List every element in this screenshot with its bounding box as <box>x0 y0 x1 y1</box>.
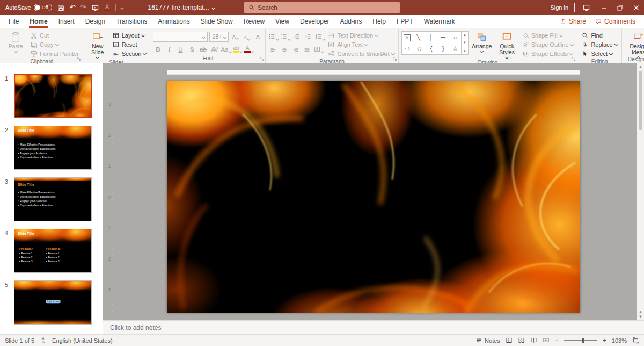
shape-brace-right-icon[interactable]: } <box>439 45 447 52</box>
slideshow-icon[interactable] <box>91 4 99 12</box>
slide-thumbnail-2[interactable]: Slide Title Make Effective Presentations… <box>14 126 92 170</box>
tab-developer[interactable]: Developer <box>295 15 335 28</box>
notes-pane[interactable]: Click to add notes <box>103 320 644 334</box>
line-spacing-button[interactable] <box>314 32 325 41</box>
tab-fppt[interactable]: FPPT <box>391 15 419 28</box>
columns-button[interactable] <box>313 44 324 54</box>
shape-line-icon[interactable]: ╲ <box>414 34 422 41</box>
shape-star-icon[interactable]: ☆ <box>451 45 459 52</box>
share-button[interactable]: Share <box>559 18 586 25</box>
text-shadow-button[interactable]: S <box>187 44 196 54</box>
minimize-button[interactable] <box>596 0 612 15</box>
layout-button[interactable]: Layout <box>111 31 148 39</box>
align-left-button[interactable] <box>268 44 278 54</box>
tab-insert[interactable]: Insert <box>53 15 80 28</box>
present-display-icon[interactable] <box>582 4 590 12</box>
format-painter-button[interactable]: Format Painter <box>29 49 80 57</box>
replace-button[interactable]: Replace <box>580 40 618 48</box>
decrease-indent-button[interactable] <box>292 32 302 41</box>
change-case-button[interactable]: Aa <box>221 44 231 54</box>
search-input[interactable] <box>258 4 396 11</box>
document-title[interactable]: 161777-fire-templat... <box>148 4 215 11</box>
convert-to-smartart-button[interactable]: Convert to SmartArt <box>326 49 395 57</box>
tab-file[interactable]: File <box>3 15 24 28</box>
autosave-switch[interactable]: Off <box>34 4 52 11</box>
zoom-level[interactable]: 103% <box>612 337 627 344</box>
tab-transitions[interactable]: Transitions <box>111 15 152 28</box>
clipboard-dialog-launcher-icon[interactable] <box>77 56 82 61</box>
tab-help[interactable]: Help <box>367 15 391 28</box>
shapes-scroll-up-icon[interactable]: ▴ <box>464 33 466 37</box>
slide-thumbnail-1[interactable] <box>14 74 92 118</box>
fit-slide-to-window-icon[interactable] <box>632 337 639 344</box>
bold-button[interactable]: B <box>153 44 163 54</box>
font-color-button[interactable]: A <box>244 44 254 54</box>
scroll-up-icon[interactable]: ▲ <box>639 64 643 69</box>
decrease-font-button[interactable]: A <box>241 32 251 41</box>
reading-view-icon[interactable] <box>530 337 537 344</box>
clear-formatting-button[interactable]: A <box>253 32 262 41</box>
tab-review[interactable]: Review <box>238 15 270 28</box>
strikethrough-button[interactable]: ab <box>198 44 208 54</box>
slide-thumbnail-3[interactable]: Slide Title Make Effective Presentations… <box>14 177 92 221</box>
shapes-gallery[interactable]: A ╲ │ ▭ ○ ⇨ ◇ { } ☆ <box>401 31 462 55</box>
vertical-scrollbar[interactable]: ▲ ▲ ▼ <box>637 63 644 320</box>
underline-button[interactable]: U <box>175 44 185 54</box>
tab-home[interactable]: Home <box>24 15 53 28</box>
tab-add-ins[interactable]: Add-ins <box>335 15 368 28</box>
reset-button[interactable]: Reset <box>111 40 148 48</box>
shape-brace-left-icon[interactable]: { <box>427 45 435 52</box>
previous-slide-icon[interactable]: ▲ <box>639 309 643 314</box>
customize-toolbar-icon[interactable] <box>120 5 123 9</box>
undo-icon[interactable]: ↶ <box>70 4 76 11</box>
tab-animations[interactable]: Animations <box>152 15 195 28</box>
paste-button[interactable]: Paste <box>4 30 27 53</box>
search-bar[interactable] <box>244 2 400 13</box>
slide-sorter-view-icon[interactable] <box>518 337 525 344</box>
slideshow-view-icon[interactable] <box>543 337 550 344</box>
tab-design[interactable]: Design <box>80 15 111 28</box>
save-icon[interactable] <box>57 4 65 12</box>
justify-button[interactable] <box>302 44 312 54</box>
slide-canvas[interactable] <box>167 81 580 313</box>
zoom-slider-thumb[interactable] <box>582 338 584 343</box>
new-slide-button[interactable]: New Slide <box>86 30 109 59</box>
select-button[interactable]: Select <box>580 49 618 57</box>
tab-slide-show[interactable]: Slide Show <box>195 15 238 28</box>
zoom-slider[interactable] <box>564 340 597 341</box>
font-dialog-launcher-icon[interactable] <box>259 56 264 61</box>
tab-watermark[interactable]: Watermark <box>419 15 460 28</box>
language-indicator[interactable]: English (United States) <box>52 337 113 344</box>
design-ideas-button[interactable]: Design Ideas <box>625 30 644 55</box>
shapes-more-icon[interactable]: ▾ <box>464 48 466 53</box>
restore-button[interactable] <box>612 0 628 15</box>
next-slide-icon[interactable]: ▼ <box>639 314 643 319</box>
increase-indent-button[interactable] <box>303 32 313 41</box>
shapes-scroll-down-icon[interactable]: ▾ <box>464 40 466 45</box>
align-right-button[interactable] <box>291 44 301 54</box>
shape-textbox-icon[interactable]: A <box>404 34 411 41</box>
scrollbar-thumb[interactable] <box>639 71 642 130</box>
font-name-select[interactable] <box>153 32 208 42</box>
tab-view[interactable]: View <box>270 15 295 28</box>
find-button[interactable]: Find <box>580 31 618 39</box>
character-spacing-button[interactable]: AV <box>209 44 219 54</box>
section-button[interactable]: Section <box>111 49 148 57</box>
numbering-button[interactable] <box>280 32 290 41</box>
shape-oval-icon[interactable]: ○ <box>451 34 459 41</box>
accessibility-icon[interactable] <box>40 337 47 344</box>
bullets-button[interactable] <box>268 32 279 41</box>
zoom-out-icon[interactable]: − <box>555 337 559 344</box>
copy-button[interactable]: Copy <box>29 40 80 48</box>
italic-button[interactable]: I <box>164 44 174 54</box>
quick-styles-button[interactable]: Quick Styles <box>495 30 519 59</box>
close-button[interactable] <box>628 0 644 15</box>
highlight-color-button[interactable]: ab <box>233 44 243 54</box>
sign-in-button[interactable]: Sign in <box>544 3 575 12</box>
align-text-button[interactable]: Align Text <box>326 40 395 48</box>
zoom-in-icon[interactable]: + <box>603 337 606 344</box>
shape-outline-button[interactable]: Shape Outline <box>521 40 575 48</box>
shape-fill-button[interactable]: Shape Fill <box>521 31 575 39</box>
font-size-select[interactable]: 28+ <box>209 32 229 42</box>
increase-font-button[interactable]: A <box>230 32 240 41</box>
